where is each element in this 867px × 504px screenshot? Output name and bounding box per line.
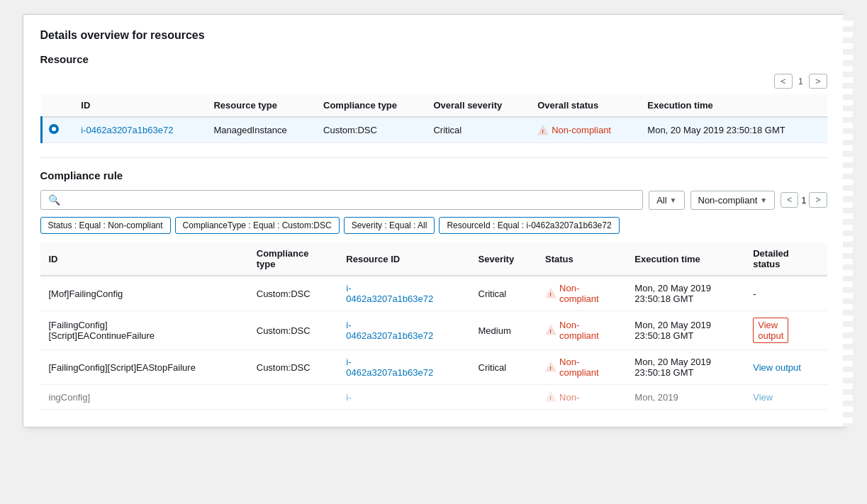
resource-col-severity: Overall severity: [425, 94, 529, 117]
resource-col-radio: [41, 94, 72, 117]
resource-col-id: ID: [72, 94, 205, 117]
svg-text:!: !: [549, 328, 552, 335]
filter-tags-row: Status : Equal : Non-compliant Complianc…: [40, 217, 827, 234]
main-panel: Details overview for resources Resource …: [23, 14, 845, 427]
compliance-severity-cell-2: Medium: [470, 311, 537, 350]
table-row[interactable]: i-0462a3207a1b63e72 ManagedInstance Cust…: [41, 117, 827, 143]
non-compliant-status-3: ! Non-compliant: [545, 357, 617, 378]
search-box: 🔍: [40, 190, 644, 210]
compliance-status-cell-2: ! Non-compliant: [537, 311, 626, 350]
compliance-status-cell: ! Non-compliant: [537, 276, 626, 311]
chevron-down-icon: ▼: [670, 196, 677, 204]
resource-prev-page[interactable]: <: [774, 74, 793, 89]
resource-table-wrap: ID Resource type Compliance type Overall…: [40, 94, 827, 143]
resource-id-link-3[interactable]: i-0462a3207a1b63e72: [346, 357, 433, 378]
resource-table-header: ID Resource type Compliance type Overall…: [41, 94, 827, 117]
resource-severity-cell: Critical: [425, 117, 529, 143]
compliance-col-resource-id: Resource ID: [337, 242, 469, 276]
resource-id-cell: i-0462a3207a1b63e72: [72, 117, 205, 143]
compliance-type-cell-3: Custom:DSC: [248, 350, 338, 385]
compliance-col-detailed-status: Detailedstatus: [744, 242, 827, 276]
non-compliant-status-4: ! Non-: [545, 391, 617, 403]
compliance-col-id: ID: [40, 242, 248, 276]
compliance-id-cell-4: ingConfig]: [40, 385, 248, 410]
resource-type-cell: ManagedInstance: [205, 117, 315, 143]
view-output-link-3[interactable]: View output: [753, 362, 801, 373]
compliance-type-cell-4: [248, 385, 338, 410]
compliance-id-cell: [Mof]FailingConfig: [40, 276, 248, 311]
filter-tag-severity[interactable]: Severity : Equal : All: [344, 217, 435, 234]
compliance-detailed-status-cell: -: [744, 276, 827, 311]
table-row: ingConfig] i- ! Non: [40, 385, 827, 410]
resource-next-page[interactable]: >: [809, 74, 827, 89]
svg-text:!: !: [542, 128, 544, 135]
compliance-detailed-status-cell-2: Viewoutput: [744, 311, 827, 350]
compliance-resource-id-cell: i-0462a3207a1b63e72: [337, 276, 469, 311]
resource-col-type: Resource type: [205, 94, 315, 117]
compliance-exec-time-cell: Mon, 20 May 201923:50:18 GMT: [626, 276, 744, 311]
compliance-section-title: Compliance rule: [40, 169, 827, 181]
resource-col-compliance-type: Compliance type: [315, 94, 425, 117]
compliance-table-wrap: ID Compliancetype Resource ID Severity S…: [40, 242, 827, 410]
warning-icon-4: !: [545, 391, 556, 403]
compliance-status-cell-4: ! Non-: [537, 385, 626, 410]
compliance-id-cell-3: [FailingConfig][Script]EAStopFailure: [40, 350, 248, 385]
compliance-exec-time-cell-2: Mon, 20 May 201923:50:18 GMT: [626, 311, 744, 350]
all-filter-label: All: [656, 195, 666, 206]
search-icon: 🔍: [48, 194, 60, 206]
resource-id-link-4[interactable]: i-: [346, 392, 351, 403]
compliance-severity-cell: Critical: [470, 276, 537, 311]
compliance-detailed-status-cell-4: View: [744, 385, 827, 410]
compliance-resource-id-cell-3: i-0462a3207a1b63e72: [337, 350, 469, 385]
filter-tag-status[interactable]: Status : Equal : Non-compliant: [40, 217, 171, 234]
compliance-id-cell-2: [FailingConfig][Script]EAContinueFailure: [40, 311, 248, 350]
warning-icon-1: !: [545, 288, 556, 299]
compliance-type-cell-2: Custom:DSC: [248, 311, 338, 350]
filter-tag-compliance-type[interactable]: ComplianceType : Equal : Custom:DSC: [175, 217, 340, 234]
compliance-col-exec-time: Execution time: [626, 242, 744, 276]
resource-col-status: Overall status: [529, 94, 639, 117]
svg-text:!: !: [549, 291, 552, 298]
svg-text:!: !: [549, 365, 552, 371]
resource-status-cell: ! Non-compliant: [529, 117, 639, 143]
resource-page-number: 1: [798, 76, 803, 86]
table-row: [Mof]FailingConfig Custom:DSC i-0462a320…: [40, 276, 827, 311]
compliance-exec-time-cell-3: Mon, 20 May 201923:50:18 GMT: [626, 350, 744, 385]
resource-col-exec-time: Execution time: [639, 94, 827, 117]
filter-tag-resource-id[interactable]: ResourceId : Equal : i-0462a3207a1b63e72: [439, 217, 619, 234]
resource-table: ID Resource type Compliance type Overall…: [40, 94, 827, 143]
compliance-exec-time-cell-4: Mon, 2019: [626, 385, 744, 410]
status-filter-dropdown[interactable]: Non-compliant ▼: [690, 191, 776, 210]
non-compliant-status-2: ! Non-compliant: [545, 320, 617, 341]
resource-id-link[interactable]: i-0462a3207a1b63e72: [81, 125, 173, 135]
compliance-col-severity: Severity: [470, 242, 537, 276]
compliance-table: ID Compliancetype Resource ID Severity S…: [40, 242, 827, 410]
panel-title: Details overview for resources: [40, 29, 827, 42]
compliance-prev-page[interactable]: <: [781, 192, 798, 208]
resource-pagination: < 1 >: [40, 74, 827, 89]
compliance-section: Compliance rule 🔍 All ▼ Non-compliant ▼ …: [40, 157, 827, 410]
compliance-next-page[interactable]: >: [809, 192, 827, 208]
non-compliant-status-1: ! Non-compliant: [545, 283, 617, 304]
resource-section-title: Resource: [40, 53, 827, 65]
compliance-col-type: Compliancetype: [248, 242, 338, 276]
resource-section: Resource < 1 > ID Resource type Complian…: [40, 53, 827, 143]
radio-button-selected: [49, 124, 59, 134]
warning-icon-3: !: [545, 362, 556, 373]
compliance-resource-id-cell-4: i-: [337, 385, 469, 410]
chevron-down-icon-2: ▼: [760, 196, 767, 204]
all-filter-dropdown[interactable]: All ▼: [649, 191, 684, 210]
compliance-severity-cell-3: Critical: [470, 350, 537, 385]
resource-id-link-1[interactable]: i-0462a3207a1b63e72: [346, 283, 433, 304]
compliance-pagination: < 1 >: [781, 192, 827, 208]
search-input[interactable]: [65, 195, 636, 206]
warning-icon-2: !: [545, 325, 556, 336]
view-output-link-4[interactable]: View: [753, 392, 773, 403]
table-row: [FailingConfig][Script]EAStopFailure Cus…: [40, 350, 827, 385]
non-compliant-badge: ! Non-compliant: [537, 125, 630, 136]
resource-id-link-2[interactable]: i-0462a3207a1b63e72: [346, 320, 433, 341]
resource-exec-time-cell: Mon, 20 May 2019 23:50:18 GMT: [639, 117, 827, 143]
status-text: Non-compliant: [552, 125, 611, 135]
status-filter-label: Non-compliant: [698, 195, 758, 206]
view-output-link-2[interactable]: Viewoutput: [753, 318, 788, 343]
